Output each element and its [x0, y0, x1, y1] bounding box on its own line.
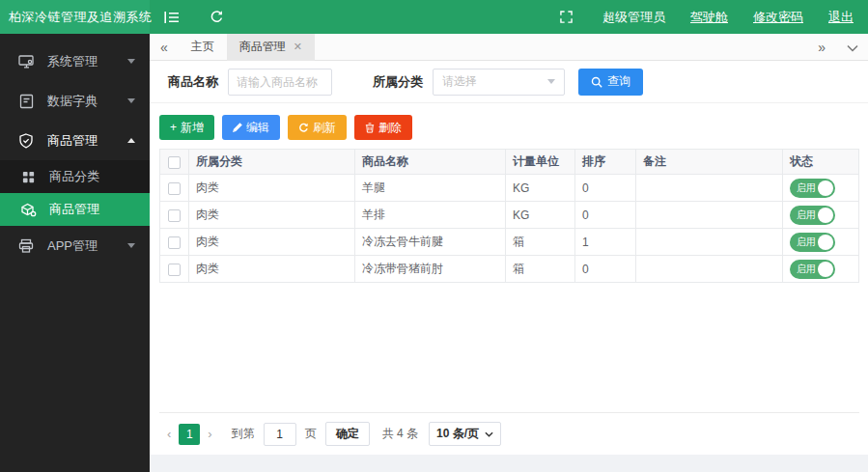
next-page-icon[interactable]: › — [200, 427, 219, 441]
chevron-up-icon — [127, 138, 135, 143]
sidebar-item-system[interactable]: 系统管理 — [0, 42, 150, 81]
tabs-scroll-right-icon[interactable]: » — [807, 40, 836, 55]
tab-bar: « 主页 商品管理 ✕ » — [150, 34, 868, 61]
logout-link[interactable]: 退出 — [828, 9, 854, 26]
delete-button[interactable]: 删除 — [354, 115, 412, 140]
tabs-scroll-left-icon[interactable]: « — [150, 40, 179, 55]
page-word: 页 — [305, 426, 317, 442]
book-icon — [17, 94, 35, 109]
table-row[interactable]: 肉类 羊腿 KG 0 启用 — [160, 175, 859, 202]
col-name: 商品名称 — [355, 150, 506, 175]
goods-name-input[interactable] — [228, 69, 332, 96]
pagination-bar: ‹ 1 › 到第 页 确定 共 4 条 10 条/页 — [159, 412, 859, 455]
col-sort: 排序 — [575, 150, 636, 175]
chevron-down-icon — [127, 59, 135, 64]
tab-bar-right: » — [807, 40, 868, 55]
refresh-button[interactable]: 刷新 — [288, 115, 347, 140]
row-checkbox[interactable] — [168, 182, 181, 195]
row-checkbox[interactable] — [168, 236, 181, 249]
status-toggle[interactable]: 启用 — [790, 179, 835, 198]
plus-icon: + — [170, 121, 177, 134]
row-checkbox[interactable] — [168, 209, 181, 222]
table-empty-area — [150, 283, 868, 412]
sidebar-item-app[interactable]: APP管理 — [0, 226, 150, 265]
package-gear-icon — [19, 202, 37, 217]
monitor-gear-icon — [17, 54, 35, 69]
goto-confirm-button[interactable]: 确定 — [325, 422, 370, 446]
row-checkbox[interactable] — [168, 264, 181, 276]
table-toolbar: + 新增 编辑 刷新 — [150, 103, 868, 149]
refresh-page-icon[interactable] — [194, 0, 238, 34]
shield-icon — [17, 133, 35, 149]
goods-table: 所属分类 商品名称 计量单位 排序 备注 状态 肉类 羊腿 — [159, 149, 859, 283]
sidebar-item-label: 商品分类 — [49, 168, 99, 185]
top-navbar: 柏深冷链管理及追溯系统 超级管理员 驾驶舱 修改密码 退出 — [0, 0, 868, 34]
status-toggle[interactable]: 启用 — [790, 233, 835, 252]
refresh-icon — [298, 123, 309, 133]
sidebar-item-label: 系统管理 — [47, 53, 98, 70]
status-toggle[interactable]: 启用 — [790, 206, 835, 225]
sidebar-item-label: APP管理 — [47, 237, 98, 255]
grid-icon — [19, 170, 37, 184]
sidebar-item-label: 商品管理 — [49, 201, 99, 218]
change-password-link[interactable]: 修改密码 — [753, 9, 803, 26]
fullscreen-icon[interactable] — [546, 0, 585, 34]
goto-page-input[interactable] — [264, 423, 296, 446]
pencil-icon — [233, 123, 242, 132]
goods-panel: 商品名称 所属分类 请选择 查询 + 新增 — [150, 61, 868, 455]
tab-home[interactable]: 主页 — [179, 34, 227, 61]
col-unit: 计量单位 — [506, 150, 575, 175]
search-form: 商品名称 所属分类 请选择 查询 — [150, 61, 868, 103]
page-1-button[interactable]: 1 — [179, 424, 200, 445]
table-row[interactable]: 肉类 冷冻去骨牛前腱 箱 1 启用 — [160, 229, 859, 256]
goods-name-label: 商品名称 — [168, 73, 218, 91]
table-row[interactable]: 肉类 冷冻带骨猪前肘 箱 0 启用 — [160, 256, 859, 283]
col-category: 所属分类 — [189, 150, 355, 175]
chevron-down-icon — [547, 79, 555, 84]
page-size-select[interactable]: 10 条/页 — [429, 422, 501, 446]
sidebar-item-goods-manage[interactable]: 商品管理 — [0, 193, 150, 226]
sidebar-item-label: 商品管理 — [47, 132, 98, 150]
sidebar-item-label: 数据字典 — [47, 93, 98, 110]
current-user: 超级管理员 — [602, 9, 665, 26]
sidebar-item-dictionary[interactable]: 数据字典 — [0, 81, 150, 121]
category-label: 所属分类 — [373, 73, 423, 91]
col-remark: 备注 — [636, 150, 783, 175]
chevron-down-icon — [127, 243, 135, 248]
total-count: 共 4 条 — [382, 426, 418, 442]
dashboard-link[interactable]: 驾驶舱 — [690, 9, 728, 26]
sidebar: 系统管理 数据字典 商品管理 — [0, 34, 150, 472]
main-content: « 主页 商品管理 ✕ » 商品名称 所属分 — [150, 34, 868, 472]
edit-button[interactable]: 编辑 — [222, 115, 280, 140]
search-icon — [591, 76, 602, 88]
status-toggle[interactable]: 启用 — [790, 260, 835, 279]
navbar-right: 超级管理员 驾驶舱 修改密码 退出 — [546, 0, 868, 34]
sidebar-item-goods[interactable]: 商品管理 — [0, 121, 150, 160]
app-logo: 柏深冷链管理及追溯系统 — [0, 0, 150, 34]
query-button[interactable]: 查询 — [578, 69, 643, 96]
trash-icon — [365, 123, 375, 133]
category-select[interactable]: 请选择 — [433, 69, 565, 96]
goods-submenu: 商品分类 商品管理 — [0, 160, 150, 226]
col-status: 状态 — [783, 150, 859, 175]
tab-goods-manage[interactable]: 商品管理 ✕ — [227, 34, 315, 61]
select-all-checkbox[interactable] — [168, 156, 181, 169]
chevron-down-icon — [485, 431, 493, 437]
sidebar-item-goods-category[interactable]: 商品分类 — [0, 160, 150, 193]
chevron-down-icon — [127, 98, 135, 103]
goto-label: 到第 — [232, 426, 255, 442]
table-row[interactable]: 肉类 羊排 KG 0 启用 — [160, 202, 859, 229]
table-header-row: 所属分类 商品名称 计量单位 排序 备注 状态 — [160, 150, 859, 175]
close-tab-icon[interactable]: ✕ — [294, 41, 302, 53]
prev-page-icon[interactable]: ‹ — [159, 427, 179, 441]
collapse-sidebar-icon[interactable] — [150, 0, 194, 34]
add-button[interactable]: + 新增 — [159, 115, 214, 140]
tabs-menu-icon[interactable] — [836, 40, 868, 55]
device-icon — [17, 238, 35, 254]
